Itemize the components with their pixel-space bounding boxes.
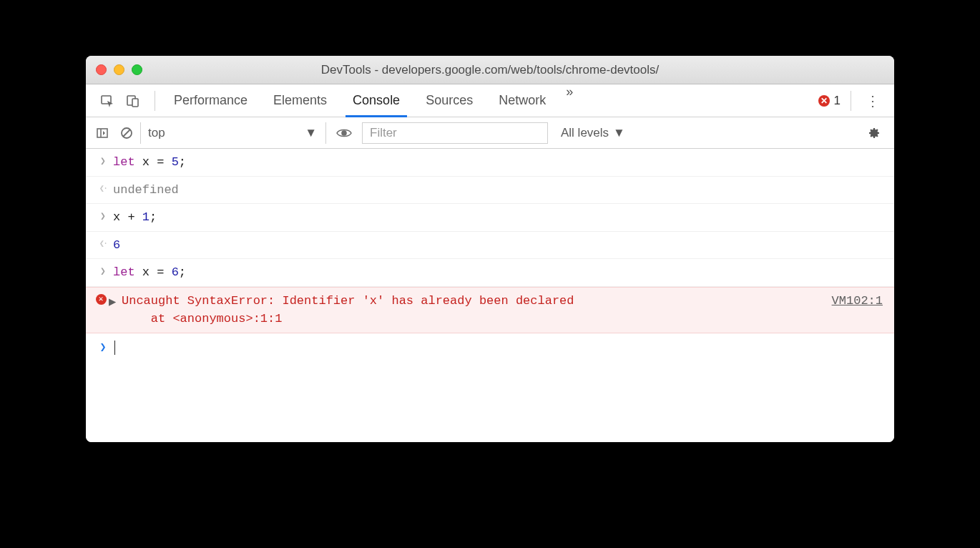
console-output-row: 6	[86, 232, 894, 260]
tab-elements[interactable]: Elements	[260, 84, 340, 117]
close-window-button[interactable]	[96, 64, 107, 75]
chevron-down-icon: ▼	[305, 126, 317, 140]
divider	[155, 91, 155, 111]
device-toolbar-icon[interactable]	[123, 91, 143, 111]
code-content: undefined	[113, 181, 179, 200]
svg-point-7	[342, 131, 346, 135]
devtools-window: DevTools - developers.google.com/web/too…	[86, 56, 894, 442]
error-icon: ✕	[818, 95, 830, 107]
code-content: x + 1;	[113, 208, 157, 227]
tab-console[interactable]: Console	[340, 84, 413, 117]
prompt-icon	[93, 339, 113, 358]
console-error-row: ✕ ▶ Uncaught SyntaxError: Identifier 'x'…	[86, 287, 894, 333]
error-count-badge[interactable]: ✕ 1	[814, 94, 845, 108]
console-toolbar: top ▼ All levels ▼	[86, 117, 894, 149]
main-menu-button[interactable]: ⋮	[857, 92, 888, 109]
console-settings-icon[interactable]	[860, 126, 888, 140]
output-marker-icon	[93, 181, 113, 200]
tab-network[interactable]: Network	[486, 84, 559, 117]
console-output-row: undefined	[86, 177, 894, 205]
zoom-window-button[interactable]	[132, 64, 142, 75]
chevron-down-icon: ▼	[613, 126, 625, 140]
svg-rect-2	[132, 99, 138, 107]
code-content: let x = 6;	[113, 263, 186, 282]
levels-label: All levels	[561, 126, 609, 140]
svg-rect-3	[97, 129, 107, 137]
svg-line-6	[123, 129, 130, 137]
filter-input[interactable]	[362, 122, 548, 144]
console-output[interactable]: let x = 5;undefinedx + 1;6let x = 6; ✕ ▶…	[86, 149, 894, 442]
tab-performance[interactable]: Performance	[161, 84, 260, 117]
input-marker-icon	[93, 263, 113, 282]
error-message: Uncaught SyntaxError: Identifier 'x' has…	[122, 292, 832, 328]
divider	[851, 91, 851, 111]
tabs-overflow-button[interactable]: »	[559, 84, 580, 117]
console-input-row: let x = 5;	[86, 149, 894, 177]
error-count: 1	[834, 94, 841, 108]
execution-context-selector[interactable]: top ▼	[140, 122, 326, 144]
input-marker-icon	[93, 153, 113, 172]
expand-error-icon[interactable]: ▶	[109, 292, 122, 328]
console-input-row: let x = 6;	[86, 259, 894, 287]
titlebar: DevTools - developers.google.com/web/too…	[86, 56, 894, 84]
panel-tabs: Performance Elements Console Sources Net…	[161, 84, 580, 117]
console-prompt-row[interactable]	[86, 333, 894, 363]
main-toolbar: Performance Elements Console Sources Net…	[86, 84, 894, 117]
code-content: let x = 5;	[113, 153, 186, 172]
live-expression-icon[interactable]	[329, 127, 359, 139]
log-levels-selector[interactable]: All levels ▼	[551, 126, 635, 140]
error-icon: ✕	[93, 292, 109, 328]
inspect-element-icon[interactable]	[97, 91, 117, 111]
error-source-link[interactable]: VM102:1	[832, 292, 887, 328]
console-input[interactable]	[113, 339, 115, 358]
minimize-window-button[interactable]	[114, 64, 124, 75]
tab-sources[interactable]: Sources	[413, 84, 486, 117]
input-marker-icon	[93, 208, 113, 227]
window-controls	[96, 64, 142, 75]
output-marker-icon	[93, 236, 113, 255]
console-input-row: x + 1;	[86, 204, 894, 232]
code-content: 6	[113, 236, 120, 255]
toggle-sidebar-icon[interactable]	[92, 127, 113, 140]
window-title: DevTools - developers.google.com/web/too…	[86, 63, 894, 77]
context-label: top	[148, 126, 165, 140]
clear-console-icon[interactable]	[116, 127, 137, 140]
